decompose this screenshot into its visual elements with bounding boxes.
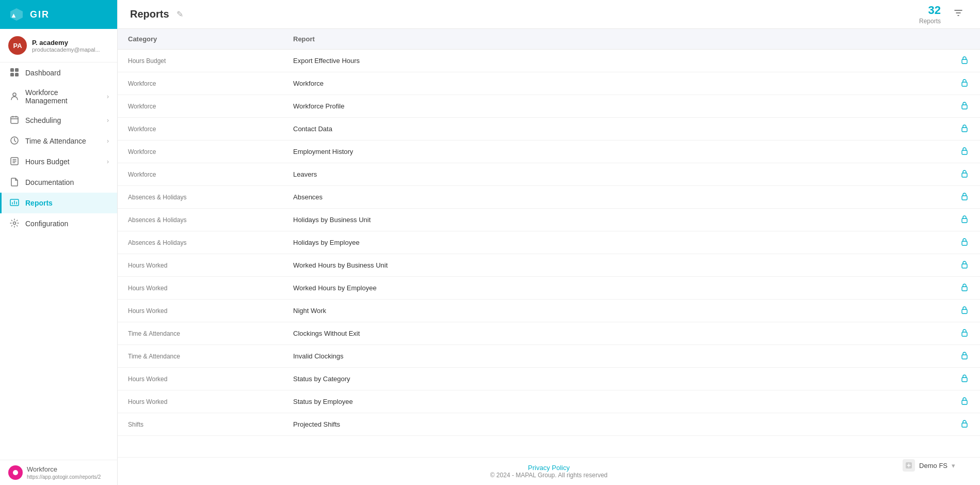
reports-count-label: Reports — [919, 18, 941, 25]
report-action[interactable] — [949, 50, 980, 72]
sidebar-item-label: Scheduling — [25, 116, 61, 124]
svg-rect-15 — [962, 128, 967, 132]
sidebar-item-workforce-management[interactable]: Workforce Management › — [0, 83, 117, 110]
svg-rect-27 — [962, 400, 967, 404]
lock-icon — [960, 57, 969, 66]
svg-point-11 — [13, 470, 18, 475]
svg-rect-21 — [962, 264, 967, 268]
sidebar-item-configuration[interactable]: Configuration — [0, 213, 117, 234]
sidebar-item-documentation[interactable]: Documentation — [0, 172, 117, 193]
svg-text:▲: ▲ — [10, 11, 17, 19]
report-action[interactable] — [949, 72, 980, 95]
sidebar-item-time-attendance[interactable]: Time & Attendance › — [0, 131, 117, 151]
chevron-icon: › — [107, 158, 109, 165]
privacy-policy-link[interactable]: Privacy Policy — [528, 464, 570, 472]
edit-title-button[interactable]: ✎ — [174, 7, 185, 21]
report-action[interactable] — [949, 322, 980, 345]
lock-icon — [960, 420, 969, 429]
report-action[interactable] — [949, 300, 980, 322]
report-action[interactable] — [949, 186, 980, 209]
report-action[interactable] — [949, 231, 980, 254]
filter-icon — [953, 8, 963, 18]
report-action[interactable] — [949, 163, 980, 186]
chevron-icon: › — [107, 137, 109, 145]
report-action[interactable] — [949, 118, 980, 140]
topbar: Reports ✎ 32 Reports — [118, 0, 980, 29]
report-action[interactable] — [949, 254, 980, 277]
env-chevron-icon: ▾ — [952, 462, 955, 470]
table-row[interactable]: Hours Budget Export Effective Hours — [118, 50, 980, 72]
lock-icon — [960, 148, 969, 157]
svg-rect-4 — [15, 73, 19, 76]
svg-rect-24 — [962, 332, 967, 336]
table-body: Hours Budget Export Effective Hours Work… — [118, 50, 980, 436]
table-row[interactable]: Shifts Projected Shifts — [118, 413, 980, 436]
report-name: Night Work — [283, 300, 949, 322]
reports-table: Category Report Hours Budget Export Effe… — [118, 29, 980, 436]
table-row[interactable]: Absences & Holidays Holidays by Business… — [118, 209, 980, 231]
sidebar-item-hours-budget[interactable]: Hours Budget › — [0, 151, 117, 172]
svg-rect-14 — [962, 105, 967, 109]
report-action[interactable] — [949, 277, 980, 300]
footer-url: https://app.gotogir.com/reports/2 — [27, 474, 101, 480]
lock-icon — [960, 375, 969, 384]
report-name: Status by Category — [283, 368, 949, 390]
table-row[interactable]: Time & Attendance Invalid Clockings — [118, 345, 980, 368]
table-row[interactable]: Workforce Contact Data — [118, 118, 980, 140]
filter-button[interactable] — [949, 6, 968, 23]
table-row[interactable]: Hours Worked Night Work — [118, 300, 980, 322]
svg-rect-3 — [10, 73, 14, 76]
sidebar-item-label: Dashboard — [25, 69, 61, 77]
page-footer: Privacy Policy © 2024 - MAPAL Group. All… — [118, 457, 980, 485]
table-row[interactable]: Workforce Leavers — [118, 163, 980, 186]
sidebar-item-reports[interactable]: Reports — [0, 193, 117, 213]
report-action[interactable] — [949, 95, 980, 118]
report-action[interactable] — [949, 413, 980, 436]
table-row[interactable]: Workforce Workforce — [118, 72, 980, 95]
sidebar-item-label: Hours Budget — [25, 158, 70, 166]
report-action[interactable] — [949, 345, 980, 368]
svg-rect-26 — [962, 378, 967, 382]
report-name: Leavers — [283, 163, 949, 186]
report-category: Workforce — [118, 163, 283, 186]
lock-icon — [960, 102, 969, 111]
table-row[interactable]: Absences & Holidays Absences — [118, 186, 980, 209]
sidebar-item-dashboard[interactable]: Dashboard — [0, 62, 117, 83]
table-row[interactable]: Hours Worked Status by Category — [118, 368, 980, 390]
report-category: Shifts — [118, 413, 283, 436]
report-name: Holidays by Business Unit — [283, 209, 949, 231]
svg-rect-19 — [962, 218, 967, 223]
svg-rect-20 — [962, 241, 967, 245]
table-row[interactable]: Hours Worked Worked Hours by Business Un… — [118, 254, 980, 277]
env-icon — [903, 459, 915, 472]
user-info: P. academy productacademy@mapal... — [32, 39, 100, 53]
sidebar-footer[interactable]: Workforce https://app.gotogir.com/report… — [0, 460, 117, 485]
report-action[interactable] — [949, 209, 980, 231]
sidebar-item-label: Reports — [25, 199, 53, 207]
report-name: Employment History — [283, 140, 949, 163]
user-name: P. academy — [32, 39, 100, 46]
table-row[interactable]: Workforce Workforce Profile — [118, 95, 980, 118]
report-name: Clockings Without Exit — [283, 322, 949, 345]
table-row[interactable]: Hours Worked Worked Hours by Employee — [118, 277, 980, 300]
report-name: Workforce Profile — [283, 95, 949, 118]
lock-icon — [960, 216, 969, 225]
report-category: Hours Worked — [118, 277, 283, 300]
sidebar: ▲ GIR PA P. academy productacademy@mapal… — [0, 0, 118, 485]
table-row[interactable]: Hours Worked Status by Employee — [118, 390, 980, 413]
table-row[interactable]: Absences & Holidays Holidays by Employee — [118, 231, 980, 254]
report-action[interactable] — [949, 140, 980, 163]
logo-icon: ▲ — [8, 6, 25, 23]
table-row[interactable]: Workforce Employment History — [118, 140, 980, 163]
table-row[interactable]: Time & Attendance Clockings Without Exit — [118, 322, 980, 345]
svg-rect-13 — [962, 82, 967, 86]
report-action[interactable] — [949, 390, 980, 413]
lock-icon — [960, 239, 969, 247]
env-selector[interactable]: Demo FS ▾ — [903, 459, 955, 472]
sidebar-item-scheduling[interactable]: Scheduling › — [0, 110, 117, 131]
svg-rect-23 — [962, 309, 967, 314]
report-category: Hours Worked — [118, 368, 283, 390]
col-header-category: Category — [118, 29, 283, 50]
lock-icon — [960, 125, 969, 134]
report-action[interactable] — [949, 368, 980, 390]
